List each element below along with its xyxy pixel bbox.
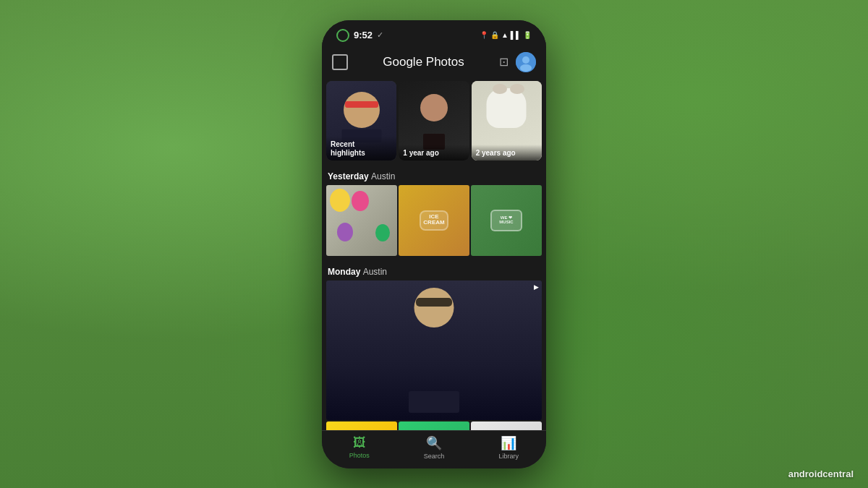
- yesterday-location: Austin: [371, 171, 395, 181]
- avatar[interactable]: [516, 52, 536, 72]
- wifi-icon: ▲: [501, 31, 509, 39]
- balloon-pink: [352, 191, 369, 211]
- signal-icon: ▌▌: [511, 31, 521, 39]
- memory-card-recent-highlights[interactable]: Recenthighlights: [326, 81, 396, 160]
- search-icon: 🔍: [426, 435, 442, 451]
- app-bar-right: ⊡: [499, 52, 536, 72]
- photos-label: Photos: [349, 452, 370, 459]
- bottom-nav: 🖼 Photos 🔍 Search 📊 Library: [322, 430, 546, 468]
- status-left: 9:52 ✓: [336, 29, 383, 42]
- section-date-yesterday: Yesterday Austin: [328, 171, 395, 181]
- photo-balloons-2[interactable]: ICECREAM: [399, 185, 469, 256]
- location-icon: 📍: [480, 31, 488, 39]
- nav-item-library[interactable]: 📊 Library: [472, 435, 546, 460]
- status-time: 9:52: [354, 30, 373, 40]
- section-header-yesterday: Yesterday Austin: [322, 163, 546, 185]
- photo-balloons-3[interactable]: WE ❤MUSIC: [471, 185, 542, 256]
- status-icons: 📍 🔒 ▲ ▌▌ 🔋: [480, 31, 532, 39]
- photo-balloons-1[interactable]: [326, 185, 397, 256]
- section-date-monday: Monday Austin: [328, 267, 387, 277]
- memory-label-2years: 2 years ago: [476, 149, 537, 158]
- monday-photo-container: ▶: [322, 281, 546, 421]
- app-bar: Google Photos ⊡: [322, 46, 546, 78]
- section-header-monday: Monday Austin: [322, 259, 546, 281]
- photos-icon: 🖼: [353, 435, 366, 450]
- phone-wrapper: 9:52 ✓ 📍 🔒 ▲ ▌▌ 🔋 G: [322, 20, 546, 468]
- photo-grid-stickers: JUSTDO IT: [322, 421, 546, 429]
- selfie-shirt: [409, 391, 459, 413]
- memory-label-highlights: Recenthighlights: [331, 140, 392, 158]
- monday-day: Monday: [328, 267, 360, 277]
- photo-sticker-sponge[interactable]: [326, 421, 397, 429]
- phone-body: 9:52 ✓ 📍 🔒 ▲ ▌▌ 🔋 G: [322, 20, 546, 468]
- sign-text: ICECREAM: [423, 214, 444, 227]
- balloon-purple: [337, 223, 353, 241]
- status-check: ✓: [377, 30, 383, 40]
- notification-dot: [336, 29, 349, 42]
- memory-card-1year[interactable]: 1 year ago: [399, 81, 469, 160]
- balloon-yellow: [330, 189, 350, 212]
- phone-screen: 9:52 ✓ 📍 🔒 ▲ ▌▌ 🔋 G: [322, 20, 546, 468]
- memory-label-1year: 1 year ago: [403, 149, 464, 158]
- memory-overlay-1year: 1 year ago: [399, 145, 469, 160]
- selfie-face: [414, 288, 454, 328]
- photo-sticker-green[interactable]: [399, 421, 469, 429]
- cast-icon[interactable]: ⊡: [499, 55, 509, 69]
- memory-overlay-highlights: Recenthighlights: [326, 136, 396, 160]
- video-icon: ▶: [534, 283, 539, 291]
- search-label: Search: [424, 453, 445, 460]
- photo-grid-yesterday: ICECREAM WE ❤MUSIC: [322, 185, 546, 256]
- photo-selfie-monday[interactable]: ▶: [326, 281, 542, 421]
- vpn-icon: 🔒: [490, 31, 499, 39]
- status-bar: 9:52 ✓ 📍 🔒 ▲ ▌▌ 🔋: [322, 20, 546, 46]
- memory-overlay-2years: 2 years ago: [472, 145, 542, 160]
- yesterday-day: Yesterday: [328, 171, 369, 181]
- battery-icon: 🔋: [523, 31, 532, 39]
- app-bar-left: [332, 54, 348, 70]
- svg-point-1: [522, 56, 529, 64]
- memories-row: Recenthighlights 1 year ago: [322, 78, 546, 163]
- love-text: WE ❤MUSIC: [499, 215, 513, 225]
- library-label: Library: [499, 453, 519, 460]
- memory-card-2years[interactable]: 2 years ago: [472, 81, 542, 160]
- svg-point-2: [520, 64, 532, 72]
- monday-location: Austin: [363, 267, 387, 277]
- library-icon: 📊: [501, 435, 516, 451]
- chat-icon[interactable]: [332, 54, 348, 70]
- photo-sticker-just[interactable]: JUSTDO IT: [471, 421, 542, 429]
- scene: 9:52 ✓ 📍 🔒 ▲ ▌▌ 🔋 G: [0, 0, 868, 488]
- selfie-glasses: [416, 298, 452, 307]
- scroll-content: Recenthighlights 1 year ago: [322, 78, 546, 430]
- nav-item-search[interactable]: 🔍 Search: [396, 435, 471, 460]
- app-title: Google Photos: [348, 55, 499, 69]
- balloon-green: [375, 224, 390, 241]
- nav-item-photos[interactable]: 🖼 Photos: [322, 435, 396, 460]
- watermark: androidcentral: [788, 468, 854, 479]
